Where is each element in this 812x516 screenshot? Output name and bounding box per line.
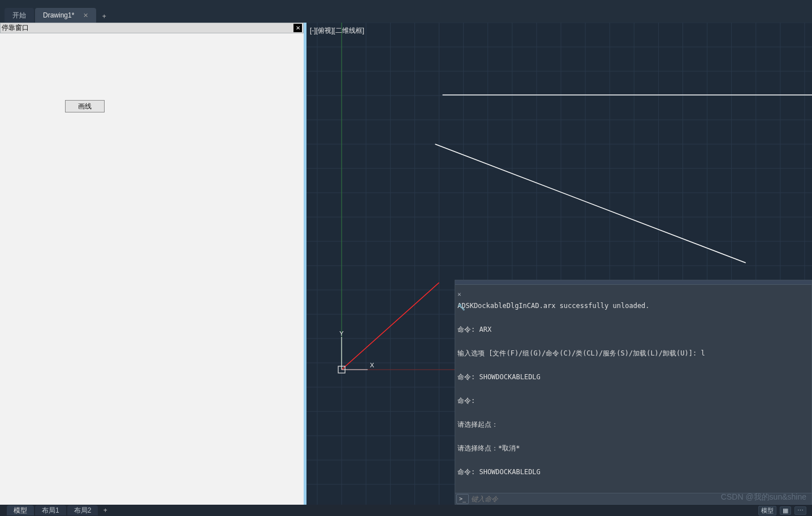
log-line: 命令: SHOWDOCKABLEDLG <box>457 468 809 476</box>
log-line: 命令: SHOWDOCKABLEDLG <box>457 373 809 381</box>
log-line: ADSKDockableDlgInCAD.arx successfully un… <box>457 302 809 310</box>
svg-line-44 <box>435 144 746 263</box>
status-bar-right: 模型 ▦ ⋯ <box>758 505 806 516</box>
log-line: 命令: ARX <box>457 326 809 333</box>
axis-x-label: X <box>370 362 374 368</box>
dock-body: 画线 <box>0 33 304 505</box>
plus-icon: + <box>103 506 107 514</box>
plus-icon: + <box>102 12 106 20</box>
more-status-icon[interactable]: ⋯ <box>794 506 806 515</box>
main-area: 停靠窗口 ✕ 画线 [-][俯视][二维线框] <box>0 23 812 505</box>
drawing-tabs-bar: 开始 Drawing1* ✕ + <box>0 0 812 23</box>
log-line: 输入选项 [文件(F)/组(G)/命令(C)/类(CL)/服务(S)/加载(L)… <box>457 349 809 357</box>
log-line: 请选择起点： <box>457 420 809 428</box>
tab-layout1-label: 布局1 <box>42 506 59 515</box>
dock-titlebar[interactable]: 停靠窗口 ✕ <box>0 23 304 33</box>
wrench-icon[interactable]: 🔧 <box>457 303 465 311</box>
tab-model-label: 模型 <box>14 506 27 515</box>
tab-start[interactable]: 开始 <box>5 8 34 23</box>
command-prompt-icon[interactable]: >_ <box>456 494 469 504</box>
dock-title: 停靠窗口 <box>2 23 293 33</box>
command-panel-drag-handle[interactable] <box>455 280 811 285</box>
model-tabs-bar: 模型 布局1 布局2 + 模型 ▦ ⋯ <box>0 505 812 516</box>
dock-close-button[interactable]: ✕ <box>293 24 302 32</box>
add-tab-button[interactable]: + <box>97 10 111 23</box>
command-log: ADSKDockableDlgInCAD.arx successfully un… <box>455 285 811 493</box>
close-icon[interactable]: ✕ <box>83 12 88 19</box>
axis-y-label: Y <box>339 330 344 337</box>
tab-layout2[interactable]: 布局2 <box>67 505 98 515</box>
tab-layout2-label: 布局2 <box>74 506 92 515</box>
tab-drawing1[interactable]: Drawing1* ✕ <box>35 8 96 23</box>
draw-line-button[interactable]: 画线 <box>65 100 105 112</box>
log-line: 命令: <box>457 397 809 405</box>
viewport-label[interactable]: [-][俯视][二维线框] <box>310 26 364 36</box>
status-model[interactable]: 模型 <box>758 506 776 515</box>
command-panel: ✕ 🔧 ADSKDockableDlgInCAD.arx successfull… <box>455 280 812 505</box>
tab-start-label: 开始 <box>12 11 26 20</box>
close-icon: ✕ <box>296 25 300 31</box>
command-input[interactable] <box>471 495 811 503</box>
tab-model[interactable]: 模型 <box>7 505 34 515</box>
tab-drawing1-label: Drawing1* <box>43 11 74 19</box>
command-side-icons: ✕ 🔧 <box>457 290 465 311</box>
dock-panel: 停靠窗口 ✕ 画线 <box>0 23 304 505</box>
log-line: 请选择终点：*取消* <box>457 444 809 452</box>
command-input-row: >_ <box>455 493 811 504</box>
grid-toggle-icon[interactable]: ▦ <box>780 506 791 515</box>
tab-layout1[interactable]: 布局1 <box>35 505 66 515</box>
close-icon[interactable]: ✕ <box>457 290 465 298</box>
drawing-canvas[interactable]: [-][俯视][二维线框] <box>306 23 812 505</box>
add-layout-button[interactable]: + <box>99 505 111 515</box>
